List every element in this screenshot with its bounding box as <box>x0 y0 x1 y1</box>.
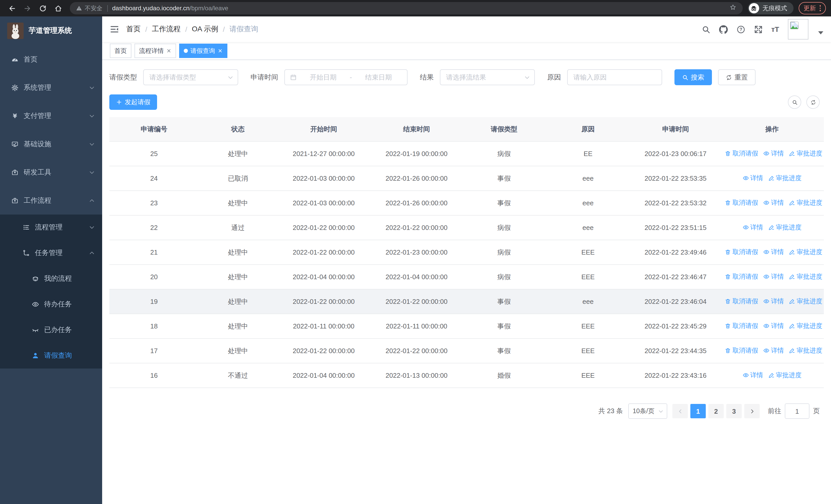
sidebar-item-task-management[interactable]: 任务管理 <box>0 240 102 266</box>
tags-view: 首页 流程详情 请假查询 <box>102 42 831 60</box>
toolbar-search-toggle-button[interactable] <box>788 95 801 109</box>
security-status[interactable]: 不安全 <box>76 4 103 12</box>
sidebar-item-system[interactable]: 系统管理 <box>0 73 102 101</box>
reason-input[interactable]: 请输入原因 <box>567 69 662 85</box>
font-size-icon[interactable]: ᴛT <box>771 25 779 33</box>
action-detail-link[interactable]: 详情 <box>763 199 784 207</box>
eye-closed-icon <box>32 326 39 334</box>
sidebar-item-done-tasks[interactable]: 已办任务 <box>0 317 102 343</box>
bookmark-star-icon[interactable] <box>729 4 736 13</box>
sidebar-item-leave-query[interactable]: 请假查询 <box>0 343 102 368</box>
cell-type: 病假 <box>463 240 545 265</box>
cell-status: 处理中 <box>199 240 277 265</box>
action-progress-link[interactable]: 审批进度 <box>789 322 822 330</box>
tag-home[interactable]: 首页 <box>110 43 132 58</box>
tag-process-detail[interactable]: 流程详情 <box>135 43 176 58</box>
browser-home-button[interactable] <box>51 2 65 15</box>
help-icon[interactable] <box>736 25 745 34</box>
search-icon <box>792 99 797 105</box>
progress-icon <box>789 200 795 206</box>
address-bar[interactable]: 不安全 dashboard.yudao.iocoder.cn /bpm/oa/l… <box>70 2 742 14</box>
next-page-button[interactable] <box>744 404 760 418</box>
action-detail-link[interactable]: 详情 <box>763 297 784 306</box>
action-cancel-link[interactable]: 取消请假 <box>725 347 758 355</box>
action-cancel-link[interactable]: 取消请假 <box>725 149 758 158</box>
page-button-2[interactable]: 2 <box>708 404 724 418</box>
robot-face-icon <box>32 275 39 282</box>
pager: 1 2 3 <box>672 404 760 418</box>
breadcrumb-workflow[interactable]: 工作流程 <box>152 25 181 34</box>
action-detail-link[interactable]: 详情 <box>742 371 763 380</box>
app-logo[interactable]: 芋道管理系统 <box>0 17 102 45</box>
action-progress-link[interactable]: 审批进度 <box>789 297 822 306</box>
chevron-left-icon <box>677 408 683 414</box>
search-button[interactable]: 搜索 <box>675 69 712 85</box>
avatar[interactable] <box>788 19 808 39</box>
action-cancel-link[interactable]: 取消请假 <box>725 272 758 281</box>
incognito-label: 无痕模式 <box>763 4 787 12</box>
github-icon[interactable] <box>719 25 727 34</box>
close-icon[interactable] <box>166 48 171 53</box>
action-progress-link[interactable]: 审批进度 <box>768 174 801 183</box>
action-detail-link[interactable]: 详情 <box>763 347 784 355</box>
action-cancel-link[interactable]: 取消请假 <box>725 248 758 257</box>
cell-end: 2022-01-22 00:00:00 <box>370 338 463 363</box>
sidebar-item-payment[interactable]: 支付管理 <box>0 101 102 130</box>
create-leave-button[interactable]: 发起请假 <box>109 94 157 110</box>
goto-page-input[interactable] <box>785 404 809 419</box>
search-icon[interactable] <box>701 25 710 34</box>
cell-applied: 2022-01-22 23:46:47 <box>631 265 720 289</box>
action-progress-link[interactable]: 审批进度 <box>789 347 822 355</box>
screenshot-stage: 不安全 dashboard.yudao.iocoder.cn /bpm/oa/l… <box>0 0 831 504</box>
page-button-3[interactable]: 3 <box>726 404 742 418</box>
action-progress-link[interactable]: 审批进度 <box>768 371 801 380</box>
sidebar-item-dev-tools[interactable]: 研发工具 <box>0 158 102 186</box>
action-detail-link[interactable]: 详情 <box>742 174 763 183</box>
breadcrumb-home[interactable]: 首页 <box>126 25 141 34</box>
browser-menu-icon[interactable] <box>820 5 821 11</box>
close-icon[interactable] <box>218 48 223 53</box>
leave-type-select[interactable]: 请选择请假类型 <box>143 69 238 85</box>
action-detail-link[interactable]: 详情 <box>763 272 784 281</box>
page-content: 请假类型 请选择请假类型 申请时间 开始日期 - 结束日期 <box>102 60 831 504</box>
cell-type: 事假 <box>463 338 545 363</box>
action-detail-link[interactable]: 详情 <box>763 322 784 330</box>
sidebar-item-my-process[interactable]: 我的流程 <box>0 266 102 292</box>
sidebar-item-workflow[interactable]: 工作流程 <box>0 186 102 214</box>
page-button-1[interactable]: 1 <box>690 404 706 418</box>
browser-back-button[interactable] <box>5 2 19 15</box>
sidebar-item-infrastructure[interactable]: 基础设施 <box>0 130 102 158</box>
action-detail-link[interactable]: 详情 <box>763 149 784 158</box>
action-cancel-link[interactable]: 取消请假 <box>725 297 758 306</box>
action-progress-link[interactable]: 审批进度 <box>789 248 822 257</box>
browser-update-button[interactable]: 更新 <box>798 2 826 14</box>
date-range-picker[interactable]: 开始日期 - 结束日期 <box>284 69 407 85</box>
sidebar-item-todo-tasks[interactable]: 待办任务 <box>0 292 102 317</box>
sidebar-item-home[interactable]: 首页 <box>0 45 102 73</box>
sidebar-fold-icon[interactable] <box>110 25 119 34</box>
prev-page-button[interactable] <box>672 404 688 418</box>
caret-down-icon[interactable] <box>818 31 823 34</box>
action-cancel-link[interactable]: 取消请假 <box>725 322 758 330</box>
action-progress-link[interactable]: 审批进度 <box>789 149 822 158</box>
toolbar-refresh-button[interactable] <box>806 95 820 109</box>
range-separator: - <box>350 73 352 81</box>
action-cancel-link[interactable]: 取消请假 <box>725 199 758 207</box>
result-select[interactable]: 请选择流结果 <box>440 69 535 85</box>
action-detail-link[interactable]: 详情 <box>742 223 763 232</box>
browser-reload-button[interactable] <box>36 2 49 15</box>
action-detail-link[interactable]: 详情 <box>763 248 784 257</box>
action-progress-link[interactable]: 审批进度 <box>768 223 801 232</box>
cell-id: 21 <box>109 240 199 265</box>
browser-forward-button[interactable] <box>21 2 34 15</box>
fullscreen-icon[interactable] <box>754 25 763 34</box>
tag-leave-query[interactable]: 请假查询 <box>179 43 227 58</box>
sidebar-item-process-management[interactable]: 流程管理 <box>0 214 102 240</box>
breadcrumb-oa-example[interactable]: OA 示例 <box>192 25 219 34</box>
action-progress-link[interactable]: 审批进度 <box>789 272 822 281</box>
page-size-select[interactable]: 10条/页 <box>628 404 667 419</box>
reset-button[interactable]: 重置 <box>718 69 755 85</box>
action-progress-link[interactable]: 审批进度 <box>789 199 822 207</box>
monitor-icon <box>11 140 19 148</box>
sidebar-item-label: 任务管理 <box>35 248 63 258</box>
